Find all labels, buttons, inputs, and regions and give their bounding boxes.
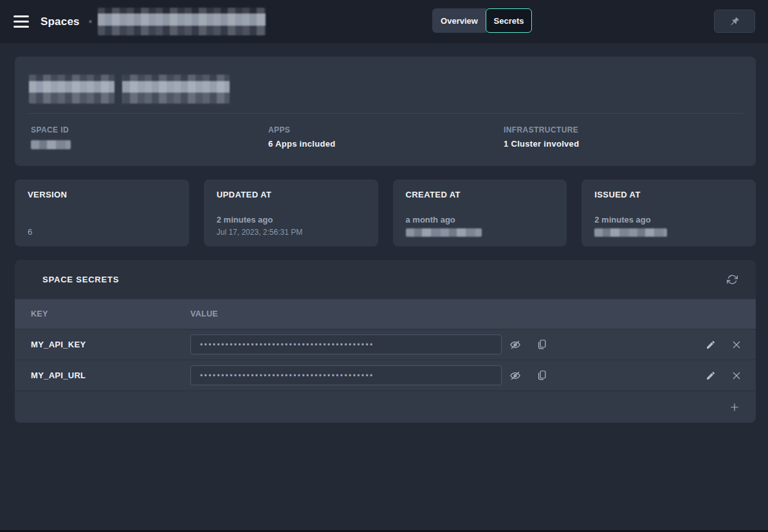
redacted-space-title bbox=[29, 75, 230, 104]
delete-secret-button[interactable] bbox=[731, 340, 742, 350]
issued-relative-time: 2 minutes ago bbox=[594, 215, 743, 225]
field-infrastructure: INFRASTRUCTURE 1 Cluster involved bbox=[504, 125, 756, 149]
tab-overview[interactable]: Overview bbox=[432, 8, 486, 33]
column-header-key: KEY bbox=[31, 309, 190, 318]
copy-secret-button[interactable] bbox=[536, 339, 547, 350]
topbar: Spaces Overview Secrets bbox=[0, 0, 768, 43]
column-header-value: VALUE bbox=[190, 309, 502, 318]
edit-secret-button[interactable] bbox=[706, 371, 716, 381]
space-id-label: SPACE ID bbox=[31, 125, 268, 134]
secret-row: MY_API_URL •••••••••••••••••••••••••••••… bbox=[15, 360, 756, 390]
space-overview-card: SPACE ID APPS 6 Apps included INFRASTRUC… bbox=[15, 57, 756, 166]
space-secrets-panel: SPACE SECRETS KEY VALUE MY_API_KEY •••••… bbox=[15, 260, 756, 423]
stat-label: CREATED AT bbox=[406, 190, 554, 199]
updated-relative-time: 2 minutes ago bbox=[217, 215, 365, 225]
edit-secret-button[interactable] bbox=[706, 340, 716, 350]
secrets-footer bbox=[15, 390, 756, 423]
copy-secret-button[interactable] bbox=[536, 370, 547, 381]
secret-row: MY_API_KEY •••••••••••••••••••••••••••••… bbox=[15, 329, 756, 360]
x-icon bbox=[731, 340, 742, 350]
infrastructure-label: INFRASTRUCTURE bbox=[504, 125, 756, 134]
stat-card-issued-at: ISSUED AT 2 minutes ago bbox=[581, 179, 756, 246]
pencil-icon bbox=[706, 371, 716, 381]
reveal-secret-button[interactable] bbox=[509, 339, 521, 351]
masked-secret-value: ••••••••••••••••••••••••••••••••••••••••… bbox=[200, 341, 374, 349]
redacted-space-name bbox=[98, 8, 266, 35]
stat-label: VERSION bbox=[28, 190, 176, 199]
apps-value: 6 Apps included bbox=[268, 139, 504, 149]
secret-key: MY_API_KEY bbox=[31, 340, 190, 349]
refresh-icon bbox=[727, 274, 738, 285]
field-apps: APPS 6 Apps included bbox=[268, 125, 504, 149]
reveal-secret-button[interactable] bbox=[509, 370, 521, 381]
tab-secrets[interactable]: Secrets bbox=[486, 8, 532, 33]
stat-cards-row: VERSION 6 UPDATED AT 2 minutes ago Jul 1… bbox=[15, 179, 756, 246]
breadcrumb-separator-dot bbox=[89, 20, 92, 23]
redacted-space-id-value bbox=[31, 140, 71, 149]
secret-value-input[interactable]: ••••••••••••••••••••••••••••••••••••••••… bbox=[190, 335, 502, 354]
secrets-header: SPACE SECRETS bbox=[15, 260, 756, 299]
copy-icon bbox=[536, 370, 547, 381]
stat-label: ISSUED AT bbox=[594, 190, 743, 199]
pin-button[interactable] bbox=[714, 10, 755, 33]
eye-off-icon bbox=[509, 370, 521, 381]
stat-card-version: VERSION 6 bbox=[15, 179, 189, 246]
refresh-secrets-button[interactable] bbox=[727, 274, 738, 285]
apps-label: APPS bbox=[268, 125, 504, 134]
secret-key: MY_API_URL bbox=[31, 371, 190, 380]
brand-label: Spaces bbox=[41, 15, 80, 28]
secret-value-input[interactable]: ••••••••••••••••••••••••••••••••••••••••… bbox=[190, 365, 502, 385]
pencil-icon bbox=[706, 340, 716, 350]
stat-label: UPDATED AT bbox=[217, 190, 365, 199]
menu-icon[interactable] bbox=[14, 15, 29, 28]
redacted-created-timestamp bbox=[406, 228, 482, 237]
masked-secret-value: ••••••••••••••••••••••••••••••••••••••••… bbox=[200, 372, 374, 380]
secrets-table-header: KEY VALUE bbox=[15, 299, 756, 329]
eye-off-icon bbox=[509, 339, 521, 351]
version-value: 6 bbox=[28, 227, 176, 237]
delete-secret-button[interactable] bbox=[731, 371, 742, 381]
copy-icon bbox=[536, 339, 547, 350]
pushpin-icon bbox=[729, 16, 740, 27]
redacted-issued-timestamp bbox=[594, 228, 667, 237]
stat-card-created-at: CREATED AT a month ago bbox=[393, 179, 567, 246]
stat-card-updated-at: UPDATED AT 2 minutes ago Jul 17, 2023, 2… bbox=[204, 179, 378, 246]
field-space-id: SPACE ID bbox=[31, 125, 268, 149]
updated-timestamp: Jul 17, 2023, 2:56:31 PM bbox=[217, 228, 365, 237]
plus-icon bbox=[729, 401, 740, 413]
secrets-title: SPACE SECRETS bbox=[42, 275, 119, 284]
x-icon bbox=[731, 371, 742, 381]
infrastructure-value: 1 Cluster involved bbox=[504, 139, 756, 149]
add-secret-button[interactable] bbox=[729, 401, 740, 413]
created-relative-time: a month ago bbox=[406, 215, 554, 225]
view-tabs: Overview Secrets bbox=[432, 8, 532, 33]
